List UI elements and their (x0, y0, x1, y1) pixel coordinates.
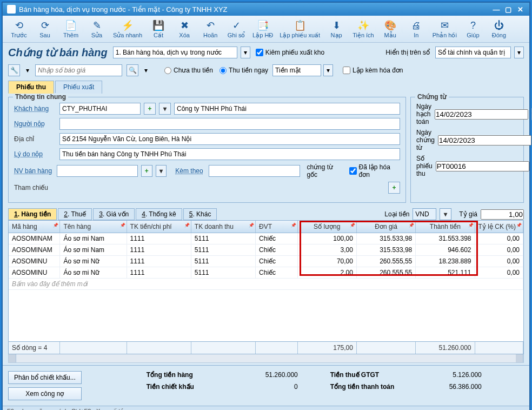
tool-mẫu[interactable]: 🎨Mẫu (378, 18, 402, 40)
sau-icon: ⟳ (38, 19, 51, 32)
table-row[interactable]: AOSOMINAMÁo sơ mi Nam11115111Chiếc100,00… (9, 233, 523, 244)
tool-giúp[interactable]: ?Giúp (461, 18, 485, 40)
sửa-icon: ✎ (90, 19, 103, 32)
tool-nạp[interactable]: ⬇Nạp (324, 18, 348, 40)
table-row[interactable]: AOSOMINUÁo sơ mi Nữ11115111Chiếc2,00260.… (9, 267, 523, 279)
kemtheo-input[interactable] (209, 165, 300, 177)
tool-trước[interactable]: ⟲Trước (7, 18, 31, 40)
col-header-4[interactable]: ĐVT📌 (256, 221, 298, 233)
tool-tiện ích[interactable]: ✨Tiện ích (350, 18, 376, 40)
radio-chua-thu[interactable]: Chưa thu tiền (164, 67, 213, 74)
tab-phieu-thu[interactable]: Phiếu thu (8, 81, 54, 94)
receipt-no-input[interactable] (436, 161, 529, 171)
add-staff-button[interactable]: + (141, 165, 152, 177)
subtab-4[interactable]: 5. Khác (183, 208, 217, 220)
tool-lập phiếu xuất[interactable]: 📋Lập phiếu xuất (277, 18, 322, 40)
col-header-0[interactable]: Mã hàng📌 (9, 221, 60, 233)
subtab-1[interactable]: 2. Thuế (58, 208, 92, 220)
display-book-combo[interactable] (435, 47, 511, 58)
col-header-6[interactable]: Đơn giá📌 (357, 221, 416, 233)
col-header-5[interactable]: Số lượng📌 (298, 221, 357, 233)
tool-icon[interactable]: 🔧 (8, 64, 20, 76)
subtab-0[interactable]: 1. Hàng tiền (8, 208, 57, 220)
search-icon[interactable]: 🔍 (127, 64, 138, 76)
lap-kem-checkbox[interactable]: Lập kèm hóa đơn (343, 67, 403, 74)
pay-method-combo[interactable] (272, 64, 321, 76)
customer-dropdown[interactable]: ▾ (159, 103, 171, 115)
subtab-2[interactable]: 3. Giá vốn (93, 208, 135, 220)
maximize-button[interactable]: ▢ (503, 5, 513, 13)
panel-general: Thông tin chung Khách hàng + ▾ Người nộp… (8, 97, 406, 203)
col-header-3[interactable]: TK doanh thu📌 (191, 221, 256, 233)
add-row-placeholder[interactable]: Bấm vào đây để thêm mới (9, 279, 523, 290)
exchange-rate-input[interactable] (481, 209, 524, 220)
da-lap-checkbox[interactable]: Đã lập hóa đơn (349, 163, 400, 178)
pay-method-dropdown[interactable]: ▾ (323, 64, 333, 76)
val-tienchietkhau: 0 (244, 383, 298, 391)
display-book-dropdown[interactable]: ▾ (514, 47, 524, 58)
sửa nhanh-icon: ⚡ (121, 19, 134, 32)
customer-code-input[interactable] (59, 103, 141, 115)
nguoi-nop-input[interactable] (59, 118, 400, 130)
address-input[interactable] (59, 133, 400, 145)
accounting-date-input[interactable] (435, 109, 528, 120)
kiem-phieu-checkbox[interactable]: Kiêm phiếu xuất kho (256, 49, 324, 56)
tool-thêm[interactable]: 📄Thêm (59, 18, 83, 40)
tool-lập hđ[interactable]: 📑Lập HĐ (250, 18, 275, 40)
tool-sửa nhanh[interactable]: ⚡Sửa nhanh (111, 18, 144, 40)
lbl-sophieuthu: Số phiếu thu (416, 155, 433, 177)
col-header-8[interactable]: Tỷ lệ CK (%)📌 (475, 221, 523, 233)
radio-thu-ngay[interactable]: Thu tiền ngay (220, 67, 268, 74)
xem-cong-no-button[interactable]: Xem công nợ (8, 387, 82, 400)
items-grid: Mã hàng📌Tên hàng📌TK tiền/chi phí📌TK doan… (8, 220, 524, 354)
col-header-2[interactable]: TK tiền/chi phí📌 (127, 221, 191, 233)
sales-staff-input[interactable] (57, 165, 138, 177)
val-tongthanhtoan: 56.386.000 (428, 383, 482, 391)
lbl-tienchietkhau: Tiền chiết khấu (147, 383, 222, 391)
tool-đóng[interactable]: ⏻Đóng (487, 18, 511, 40)
tool-sửa[interactable]: ✎Sửa (85, 18, 109, 40)
main-toolbar: ⟲Trước⟳Sau📄Thêm✎Sửa⚡Sửa nhanh💾Cất✖Xóa↶Ho… (3, 16, 529, 43)
tool-xóa[interactable]: ✖Xóa (172, 18, 196, 40)
staff-dropdown[interactable]: ▾ (156, 165, 167, 177)
lbl-loaitien: Loại tiền (384, 210, 409, 218)
ghi sổ-icon: ✓ (230, 19, 243, 32)
doc-type-combo[interactable] (113, 47, 237, 58)
search-input[interactable] (35, 64, 122, 76)
subtab-3[interactable]: 4. Thống kê (136, 208, 182, 220)
table-row[interactable]: AOSOMINUÁo sơ mi Nữ11115111Chiếc70,00260… (9, 256, 523, 267)
nạp-icon: ⬇ (330, 19, 343, 32)
tool-ghi sổ[interactable]: ✓Ghi sổ (224, 18, 248, 40)
currency-dropdown[interactable]: ▾ (440, 208, 451, 220)
lbl-nvbanhang: NV bán hàng (14, 167, 54, 175)
col-header-7[interactable]: Thành tiền📌 (416, 221, 475, 233)
add-customer-button[interactable]: + (144, 103, 156, 115)
close-button[interactable]: ✕ (515, 5, 525, 13)
lbl-tienthue: Tiền thuế GTGT (330, 371, 406, 379)
col-header-1[interactable]: Tên hàng📌 (60, 221, 127, 233)
horizontal-scrollbar[interactable] (8, 354, 524, 363)
minimize-button[interactable]: — (491, 5, 501, 13)
mẫu-icon: 🎨 (384, 19, 397, 32)
customer-name-input[interactable] (174, 103, 400, 115)
add-reference-button[interactable]: + (388, 182, 400, 194)
cất-icon: 💾 (152, 19, 165, 32)
status-bar: F6 - chọn mã quy cách, Ctrl+F2 - Xem số … (3, 406, 529, 410)
tool-dropdown-icon[interactable]: ▾ (24, 64, 31, 76)
doc-date-input[interactable] (438, 135, 531, 146)
phan-bo-button[interactable]: Phân bổ chiết khấu... (8, 371, 82, 384)
tab-phieu-xuat[interactable]: Phiếu xuất (55, 81, 102, 94)
doc-type-dropdown[interactable]: ▾ (241, 47, 250, 58)
tool-hoãn[interactable]: ↶Hoãn (198, 18, 222, 40)
search-dropdown-icon[interactable]: ▾ (143, 64, 149, 76)
tool-sau[interactable]: ⟳Sau (33, 18, 57, 40)
tool-cất[interactable]: 💾Cất (147, 18, 170, 40)
currency-combo[interactable] (413, 208, 436, 220)
table-row[interactable]: AOSOMINAMÁo sơ mi Nam11115111Chiếc3,0031… (9, 244, 523, 256)
grid-body[interactable]: AOSOMINAMÁo sơ mi Nam11115111Chiếc100,00… (9, 233, 523, 341)
reason-input[interactable] (59, 148, 400, 160)
panel-document: Chứng từ Ngày hạch toán ▾ Ngày chứng từ … (410, 97, 524, 203)
tool-in[interactable]: 🖨In (404, 18, 428, 40)
lbl-nguoinop: Người nộp (14, 120, 56, 128)
tool-phản hồi[interactable]: ✉Phản hồi (430, 18, 459, 40)
